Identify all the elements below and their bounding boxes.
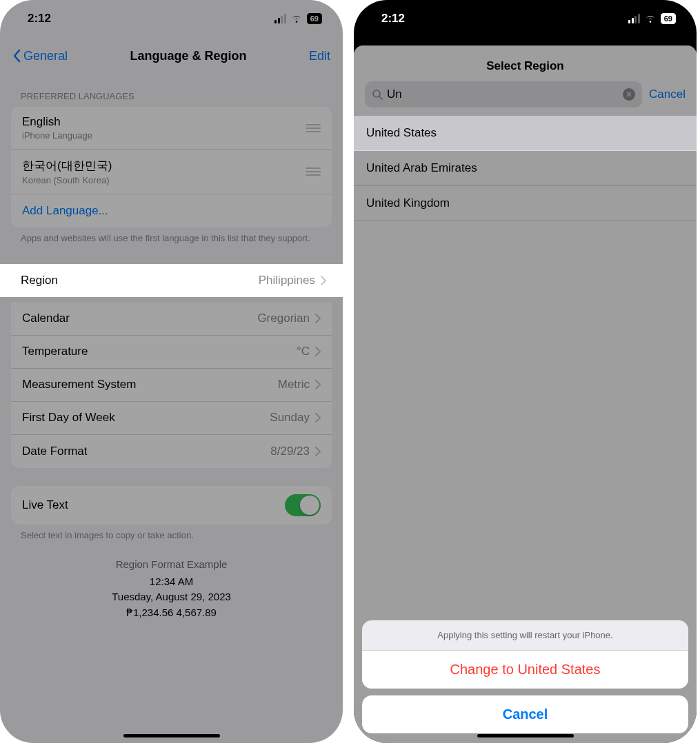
chevron-right-icon — [315, 380, 321, 389]
language-name: English — [22, 115, 92, 129]
region-settings-group: Calendar Gregorian Temperature °C Measur… — [11, 303, 332, 468]
page-title: Language & Region — [130, 49, 247, 63]
example-title: Region Format Example — [0, 558, 343, 570]
wifi-icon — [644, 14, 657, 23]
region-format-example: Region Format Example 12:34 AM Tuesday, … — [0, 556, 343, 621]
language-row[interactable]: 한국어(대한민국) Korean (South Korea) — [11, 150, 332, 194]
temperature-row[interactable]: Temperature °C — [11, 336, 332, 369]
chevron-right-icon — [315, 413, 321, 423]
status-bar: 2:12 69 — [354, 0, 697, 37]
region-label: Region — [21, 274, 58, 287]
live-text-footer: Select text in images to copy or take ac… — [0, 525, 343, 556]
measurement-row[interactable]: Measurement System Metric — [11, 369, 332, 402]
live-text-group: Live Text — [11, 486, 332, 525]
wifi-icon — [290, 14, 303, 23]
battery-icon: 69 — [661, 13, 676, 24]
chevron-right-icon — [321, 276, 326, 285]
live-text-label: Live Text — [22, 498, 68, 512]
cellular-icon — [628, 14, 640, 23]
first-day-value: Sunday — [270, 411, 310, 425]
confirm-change-button[interactable]: Change to United States — [362, 651, 688, 689]
settings-content: PREFERRED LANGUAGES English iPhone Langu… — [0, 74, 343, 620]
languages-group: English iPhone Language 한국어(대한민국) Korean… — [11, 107, 332, 227]
live-text-row: Live Text — [11, 486, 332, 525]
status-time: 2:12 — [381, 12, 405, 26]
chevron-left-icon — [12, 49, 21, 63]
measurement-label: Measurement System — [22, 378, 136, 391]
calendar-row[interactable]: Calendar Gregorian — [11, 303, 332, 336]
left-screenshot: 2:12 69 General Language & Region Edit P… — [0, 0, 343, 743]
status-time: 2:12 — [28, 12, 51, 26]
edit-button[interactable]: Edit — [309, 49, 330, 63]
chevron-right-icon — [315, 314, 321, 323]
date-format-row[interactable]: Date Format 8/29/23 — [11, 435, 332, 468]
preferred-languages-header: PREFERRED LANGUAGES — [0, 74, 343, 107]
measurement-value: Metric — [278, 378, 310, 391]
home-indicator — [477, 734, 574, 737]
calendar-label: Calendar — [22, 312, 70, 325]
back-button[interactable]: General — [12, 49, 68, 63]
first-day-row[interactable]: First Day of Week Sunday — [11, 402, 332, 435]
live-text-toggle[interactable] — [285, 494, 321, 516]
language-row[interactable]: English iPhone Language — [11, 107, 332, 150]
date-format-value: 8/29/23 — [270, 445, 310, 458]
region-value: Philippines — [259, 274, 315, 287]
status-bar: 2:12 69 — [0, 0, 343, 37]
action-sheet: Applying this setting will restart your … — [362, 620, 688, 733]
nav-bar: General Language & Region Edit — [0, 37, 343, 74]
language-detail: iPhone Language — [22, 130, 92, 141]
home-indicator — [123, 734, 220, 737]
action-message: Applying this setting will restart your … — [362, 620, 688, 651]
region-row[interactable]: Region Philippines — [0, 264, 343, 297]
status-right: 69 — [628, 13, 676, 24]
language-name: 한국어(대한민국) — [22, 158, 112, 174]
example-date: Tuesday, August 29, 2023 — [0, 589, 343, 605]
select-region-sheet: Select Region ✕ Cancel United States Uni… — [354, 45, 697, 743]
chevron-right-icon — [315, 447, 321, 456]
add-language-label: Add Language... — [22, 204, 108, 218]
back-label: General — [23, 49, 68, 63]
date-format-label: Date Format — [22, 445, 87, 458]
drag-handle-icon[interactable] — [306, 167, 321, 176]
region-row-highlight: Region Philippines — [0, 264, 343, 297]
region-result-united-states[interactable]: United States — [354, 116, 697, 151]
example-numbers: ₱1,234.56 4,567.89 — [0, 605, 343, 621]
temperature-label: Temperature — [22, 345, 88, 358]
action-cancel-button[interactable]: Cancel — [362, 695, 688, 733]
cellular-icon — [274, 14, 286, 23]
temperature-value: °C — [297, 345, 310, 358]
chevron-right-icon — [315, 347, 321, 356]
add-language-button[interactable]: Add Language... — [11, 194, 332, 227]
action-group: Applying this setting will restart your … — [362, 620, 688, 689]
battery-icon: 69 — [307, 13, 322, 24]
status-right: 69 — [274, 13, 322, 24]
right-screenshot: 2:12 69 Select Region ✕ Cancel United St… — [354, 0, 697, 743]
drag-handle-icon[interactable] — [306, 124, 321, 132]
first-day-label: First Day of Week — [22, 411, 115, 425]
calendar-value: Gregorian — [257, 312, 310, 325]
example-time: 12:34 AM — [0, 574, 343, 590]
languages-footer: Apps and websites will use the first lan… — [0, 227, 343, 258]
language-detail: Korean (South Korea) — [22, 175, 112, 185]
